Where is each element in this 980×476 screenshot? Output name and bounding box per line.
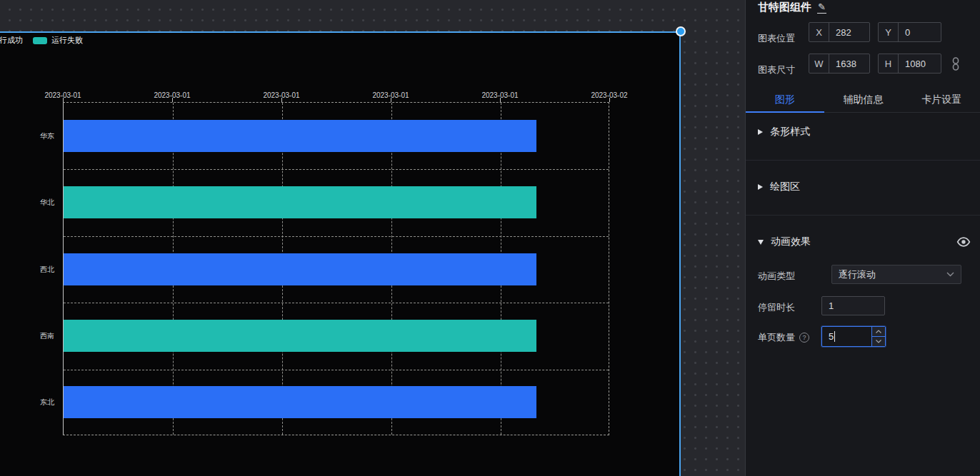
edit-title-icon[interactable]: ✎ (817, 2, 826, 14)
animation-type-label: 动画类型 (758, 270, 795, 283)
position-y-input[interactable]: Y 0 (878, 22, 941, 42)
position-label: 图表位置 (758, 32, 795, 45)
y-value: 0 (899, 23, 941, 41)
app-root: 运行成功 运行失败 2023-03-01 2023-03-01 2023-03-… (0, 0, 980, 476)
text-caret (834, 331, 835, 342)
duration-value: 1 (829, 300, 834, 311)
help-question-icon[interactable]: ? (799, 333, 809, 343)
duration-label: 停留时长 (758, 301, 795, 314)
chevron-down-icon (946, 272, 954, 277)
y-axis-label: 西北 (1, 265, 59, 275)
position-x-input[interactable]: X 282 (809, 22, 870, 42)
y-axis-label: 东北 (1, 397, 59, 407)
stepper-up-button[interactable] (872, 327, 885, 337)
h-prefix: H (879, 54, 899, 73)
size-w-input[interactable]: W 1638 (809, 54, 870, 74)
section-animation[interactable]: 动画效果 (758, 231, 811, 253)
w-prefix: W (809, 54, 829, 73)
y-prefix: Y (879, 23, 899, 41)
section-animation-label: 动画效果 (771, 236, 811, 248)
page-size-value: 5 (829, 331, 834, 342)
h-value: 1080 (899, 54, 941, 73)
page-size-label-row: 单页数量 ? (758, 331, 809, 344)
section-divider (746, 215, 980, 216)
x-prefix: X (809, 23, 829, 41)
page-size-input[interactable]: 5 (821, 326, 886, 347)
gantt-bar-xinan (64, 320, 536, 352)
selection-resize-handle[interactable] (676, 26, 686, 36)
legend-label-fail: 运行失败 (51, 35, 83, 46)
component-title-text: 甘特图组件 (758, 1, 811, 14)
legend-swatch-fail (33, 37, 47, 44)
legend-label-success: 运行成功 (0, 35, 23, 46)
editor-canvas[interactable]: 运行成功 运行失败 2023-03-01 2023-03-01 2023-03-… (0, 0, 745, 476)
section-bar-style-label: 条形样式 (770, 126, 810, 138)
section-plot-area-label: 绘图区 (770, 181, 800, 193)
gantt-bar-huabei (64, 186, 536, 218)
y-axis-label: 华北 (1, 198, 59, 208)
animation-type-value: 逐行滚动 (839, 268, 876, 281)
gantt-bar-dongbei (64, 386, 536, 418)
component-title: 甘特图组件 ✎ (758, 1, 826, 14)
axis-tick (609, 98, 610, 102)
collapse-arrow-icon (758, 184, 763, 190)
collapse-arrow-icon (758, 129, 763, 135)
gridline-horizontal (64, 370, 609, 370)
page-size-label: 单页数量 (758, 331, 795, 344)
properties-panel: 甘特图组件 ✎ 图表位置 X 282 Y 0 图表尺寸 W 1638 H 108… (745, 0, 980, 476)
stepper-down-button[interactable] (872, 337, 885, 346)
chart-legend: 运行成功 运行失败 (0, 35, 89, 46)
section-bar-style[interactable]: 条形样式 (758, 121, 810, 143)
section-divider (746, 160, 980, 161)
gridline-horizontal (64, 303, 609, 303)
y-axis-label: 西南 (1, 331, 59, 341)
plot-area (63, 102, 609, 435)
aspect-ratio-link-icon[interactable] (951, 57, 961, 71)
gantt-chart-component[interactable]: 运行成功 运行失败 2023-03-01 2023-03-01 2023-03-… (0, 31, 681, 476)
tab-card-settings[interactable]: 卡片设置 (902, 87, 980, 112)
gantt-bar-huadong (64, 120, 536, 152)
tab-graphic[interactable]: 图形 (746, 87, 824, 112)
gantt-bar-xibei (64, 253, 536, 285)
duration-input[interactable]: 1 (821, 296, 885, 315)
visibility-eye-icon[interactable] (956, 236, 971, 248)
gridline-horizontal (64, 169, 609, 170)
w-value: 1638 (829, 54, 869, 73)
x-value: 282 (829, 23, 869, 41)
y-axis-label: 华东 (1, 131, 59, 141)
section-plot-area[interactable]: 绘图区 (758, 176, 800, 198)
size-h-input[interactable]: H 1080 (878, 54, 941, 74)
animation-type-select[interactable]: 逐行滚动 (831, 265, 961, 284)
number-stepper (871, 327, 885, 346)
size-label: 图表尺寸 (758, 64, 795, 76)
expand-arrow-icon (758, 240, 764, 245)
panel-tabs: 图形 辅助信息 卡片设置 (746, 87, 980, 113)
gridline-horizontal (64, 236, 609, 237)
tab-auxiliary-info[interactable]: 辅助信息 (824, 87, 903, 112)
